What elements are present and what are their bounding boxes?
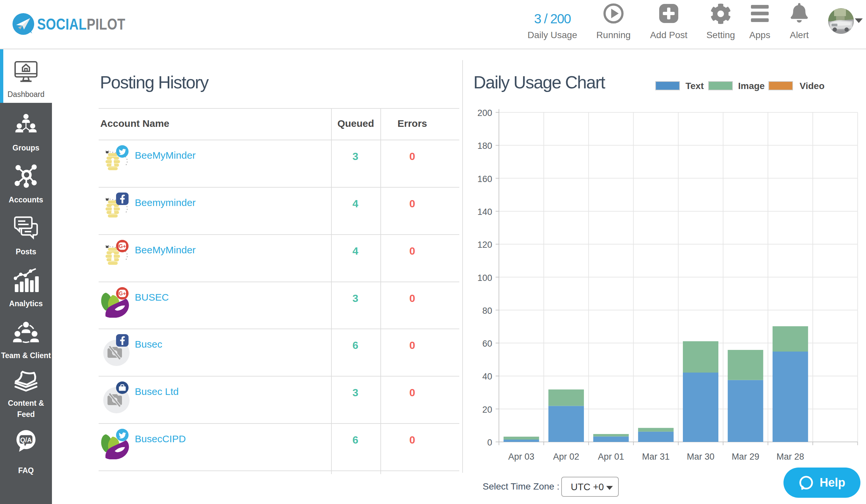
svg-text:0: 0 bbox=[487, 438, 492, 447]
svg-text:20: 20 bbox=[482, 405, 492, 415]
svg-text:Apr 01: Apr 01 bbox=[598, 452, 624, 462]
svg-text:Apr 02: Apr 02 bbox=[553, 452, 579, 462]
svg-text:Apr 03: Apr 03 bbox=[508, 452, 535, 462]
svg-text:140: 140 bbox=[477, 207, 492, 217]
svg-text:80: 80 bbox=[482, 306, 492, 316]
svg-text:160: 160 bbox=[477, 174, 492, 184]
svg-text:120: 120 bbox=[477, 240, 492, 250]
svg-text:180: 180 bbox=[477, 141, 492, 151]
svg-text:Mar 30: Mar 30 bbox=[687, 452, 714, 462]
svg-text:Mar 29: Mar 29 bbox=[732, 452, 759, 462]
svg-text:40: 40 bbox=[482, 371, 492, 381]
svg-text:100: 100 bbox=[477, 273, 492, 283]
svg-text:200: 200 bbox=[477, 108, 492, 118]
svg-text:Mar 31: Mar 31 bbox=[642, 452, 670, 462]
svg-text:Q/A: Q/A bbox=[20, 436, 32, 444]
svg-text:Mar 28: Mar 28 bbox=[777, 452, 804, 462]
svg-text:60: 60 bbox=[482, 339, 492, 348]
